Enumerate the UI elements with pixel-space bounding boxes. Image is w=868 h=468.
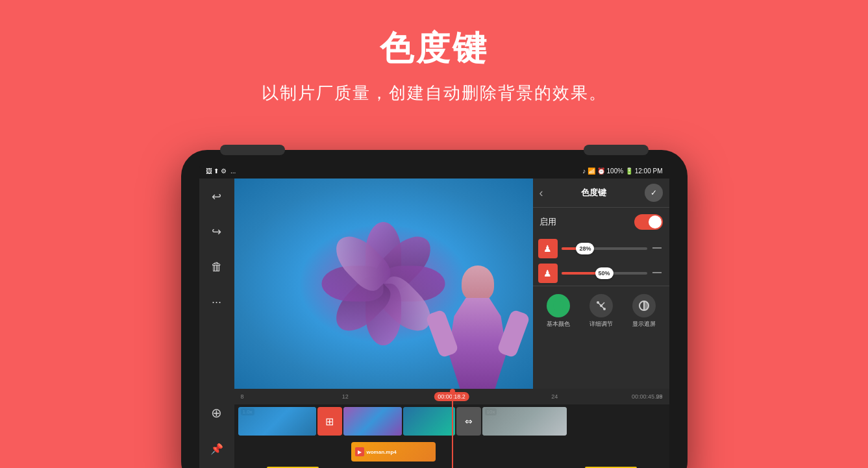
enable-toggle[interactable] (634, 214, 663, 230)
page-title: 色度键 (0, 0, 868, 71)
sub-track: ▶ woman.mp4 (351, 442, 436, 462)
back-arrow[interactable]: ‹ (539, 186, 543, 200)
woman-head (462, 265, 494, 301)
transition-symbol[interactable]: ⇔ (456, 407, 481, 436)
basic-color-icon (547, 294, 570, 317)
woman-figure (442, 259, 514, 389)
phone-screen: 🖼 ⬆ ⚙ ... ♪ 📶 ⏰ 100% 🔋 12:00 PM ↩ ↪ 🗑 ·· (199, 163, 669, 468)
detail-adjust-icon (589, 294, 613, 317)
playhead-top (450, 389, 455, 394)
timeline-area: 8 12 16 24 28 00:00:18.2 00:00:45.99 (234, 389, 669, 468)
main-area: ‹ 色度键 ✓ 启用 (234, 179, 669, 468)
status-time: ♪ 📶 ⏰ 100% 🔋 12:00 PM (582, 167, 662, 175)
screen-content: ↩ ↪ 🗑 ··· (199, 179, 669, 468)
woman-clip-icon: ▶ (355, 447, 364, 456)
confirm-button[interactable]: ✓ (645, 184, 663, 202)
enable-row: 启用 (533, 208, 669, 236)
slider1-track[interactable]: 28% (562, 247, 647, 250)
basic-color-label: 基本颜色 (547, 320, 570, 328)
woman-clip-label: woman.mp4 (367, 449, 397, 455)
slider2-value: 50% (598, 270, 610, 277)
slider1-value: 28% (579, 245, 591, 252)
slider2-row: ♟ 50% (533, 261, 669, 286)
slider2-end-marker (651, 267, 664, 279)
show-mask-icon (632, 294, 656, 317)
slider2-thumb[interactable]: 50% (595, 267, 614, 279)
clip-blue2[interactable] (403, 407, 455, 436)
redo-button[interactable]: ↪ (205, 220, 229, 243)
slider1-icon: ♟ (538, 239, 558, 258)
more-button[interactable]: ··· (205, 290, 229, 314)
add-track-button[interactable]: ⊕ (205, 401, 229, 425)
top-area: ‹ 色度键 ✓ 启用 (234, 179, 669, 389)
delete-button[interactable]: 🗑 (205, 255, 229, 278)
clip-1[interactable]: 1.0x (238, 407, 316, 436)
status-bar: 🖼 ⬆ ⚙ ... ♪ 📶 ⏰ 100% 🔋 12:00 PM (199, 163, 669, 179)
svg-line-8 (601, 302, 604, 306)
show-mask-label: 显示遮屏 (632, 320, 656, 328)
detail-adjust-button[interactable]: 详细调节 (589, 294, 613, 328)
svg-point-2 (553, 301, 564, 311)
panel-header: ‹ 色度键 ✓ (533, 179, 669, 208)
clip-crowd-content (482, 407, 567, 436)
status-left-icons: 🖼 ⬆ ⚙ ... (206, 167, 236, 175)
clip-flower-content (343, 407, 402, 436)
slider1-row: ♟ 28% (533, 236, 669, 261)
slider1-thumb[interactable]: 28% (576, 243, 594, 254)
show-mask-button[interactable]: 显示遮屏 (632, 294, 656, 328)
phone-device: 🖼 ⬆ ⚙ ... ♪ 📶 ⏰ 100% 🔋 12:00 PM ↩ ↪ 🗑 ·· (181, 150, 688, 468)
speaker-right (584, 145, 649, 155)
svg-line-6 (598, 302, 601, 306)
clip-blue2-content (403, 407, 455, 436)
slider2-track[interactable]: 50% (562, 272, 647, 275)
total-time: 00:00:45.99 (632, 393, 663, 400)
status-dots: ... (230, 167, 236, 175)
clip-crowd[interactable]: 10x (482, 407, 567, 436)
svg-line-7 (601, 306, 604, 309)
basic-color-button[interactable]: 基本颜色 (547, 294, 570, 328)
undo-button[interactable]: ↩ (205, 185, 229, 208)
speaker-left (220, 145, 285, 155)
page-subtitle: 以制片厂质量，创建自动删除背景的效果。 (0, 82, 868, 105)
left-bottom-sidebar: ⊕ 📌 (199, 389, 234, 468)
woman-body (449, 298, 507, 389)
panel-bottom-buttons: 基本颜色 (533, 286, 669, 334)
mark-24: 24 (551, 393, 558, 400)
mark-8: 8 (241, 393, 244, 400)
clip1-content (238, 407, 316, 436)
playhead (452, 389, 453, 468)
transition-btn-1[interactable]: ⊞ (317, 407, 342, 436)
panel-title: 色度键 (581, 187, 606, 199)
page-background: 色度键 以制片厂质量，创建自动删除背景的效果。 🖼 ⬆ ⚙ ... ♪ 📶 ⏰ … (0, 0, 868, 468)
right-panel: ‹ 色度键 ✓ 启用 (533, 179, 669, 389)
mark-12: 12 (342, 393, 349, 400)
status-right-info: ♪ 📶 ⏰ 100% 🔋 12:00 PM (582, 167, 662, 175)
enable-label: 启用 (539, 216, 556, 228)
video-preview (234, 179, 533, 389)
slider1-end-marker (651, 243, 664, 254)
phone-body: 🖼 ⬆ ⚙ ... ♪ 📶 ⏰ 100% 🔋 12:00 PM ↩ ↪ 🗑 ·· (181, 150, 688, 468)
pin-button[interactable]: 📌 (205, 437, 229, 461)
clip-flower[interactable] (343, 407, 402, 436)
slider2-icon: ♟ (538, 264, 558, 283)
image-status-icon: 🖼 ⬆ ⚙ (206, 167, 227, 175)
detail-adjust-label: 详细调节 (589, 320, 613, 328)
woman-clip[interactable]: ▶ woman.mp4 (351, 442, 436, 462)
